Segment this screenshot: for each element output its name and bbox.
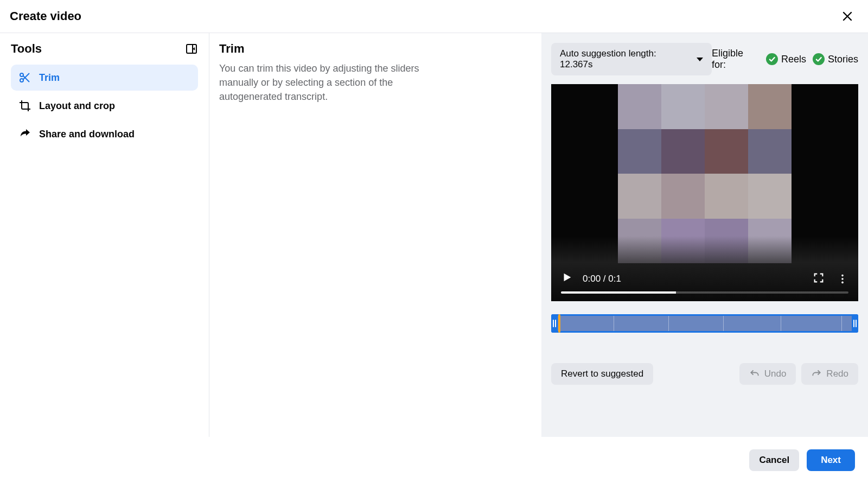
revert-button[interactable]: Revert to suggested	[551, 363, 653, 385]
auto-suggestion-dropdown[interactable]: Auto suggestion length: 12.367s	[551, 43, 712, 75]
share-icon	[18, 128, 31, 141]
trim-playhead[interactable]	[558, 314, 560, 333]
scissors-icon	[18, 71, 31, 84]
svg-rect-0	[187, 45, 196, 53]
page-title: Create video	[10, 9, 81, 23]
trim-handle-start[interactable]	[551, 314, 558, 333]
undo-button[interactable]: Undo	[739, 363, 796, 385]
cancel-button[interactable]: Cancel	[749, 449, 799, 471]
trim-handle-end[interactable]	[852, 314, 858, 333]
redo-icon	[811, 368, 822, 379]
check-icon	[813, 53, 825, 65]
video-preview[interactable]: 0:00 / 0:1	[551, 84, 858, 301]
info-panel: Trim You can trim this video by adjustin…	[209, 33, 541, 437]
sidebar: Tools Trim Layout and crop Share and dow…	[0, 33, 209, 437]
check-icon	[766, 53, 778, 65]
section-description: You can trim this video by adjusting the…	[219, 61, 452, 104]
sidebar-item-label: Share and download	[39, 129, 135, 140]
fullscreen-icon	[813, 272, 825, 284]
crop-icon	[18, 99, 31, 112]
svg-point-7	[841, 274, 844, 276]
undo-icon	[749, 368, 760, 379]
eligible-stories: Stories	[828, 54, 858, 65]
auto-suggestion-label: Auto suggestion length: 12.367s	[560, 48, 691, 70]
sidebar-collapse-button[interactable]	[185, 42, 198, 55]
preview-panel: Auto suggestion length: 12.367s Eligible…	[541, 33, 868, 437]
sidebar-item-label: Trim	[39, 72, 60, 84]
footer: Cancel Next	[0, 437, 868, 483]
trim-timeline[interactable]	[551, 314, 858, 333]
play-icon	[561, 271, 573, 283]
svg-marker-6	[564, 274, 571, 282]
panel-collapse-icon	[185, 42, 198, 55]
next-button[interactable]: Next	[807, 449, 855, 471]
more-button[interactable]	[837, 273, 848, 285]
section-title: Trim	[219, 42, 528, 56]
close-icon	[841, 10, 854, 23]
eligible-label: Eligible for:	[712, 48, 760, 71]
sidebar-item-share-download[interactable]: Share and download	[11, 121, 198, 147]
sidebar-item-trim[interactable]: Trim	[11, 65, 198, 91]
svg-point-8	[841, 278, 844, 280]
more-vertical-icon	[837, 273, 848, 285]
caret-down-icon	[697, 58, 703, 61]
eligible-reels: Reels	[781, 54, 806, 65]
svg-point-9	[841, 281, 844, 283]
play-button[interactable]	[561, 271, 573, 286]
sidebar-item-layout-crop[interactable]: Layout and crop	[11, 93, 198, 119]
video-time: 0:00 / 0:1	[583, 274, 621, 284]
eligible-for: Eligible for: Reels Stories	[712, 48, 858, 71]
redo-label: Redo	[826, 368, 848, 379]
sidebar-item-label: Layout and crop	[39, 100, 115, 112]
close-button[interactable]	[839, 8, 856, 25]
video-progress[interactable]	[561, 291, 848, 294]
redo-button[interactable]: Redo	[801, 363, 858, 385]
video-controls: 0:00 / 0:1	[551, 266, 858, 301]
fullscreen-button[interactable]	[813, 272, 825, 286]
undo-label: Undo	[764, 368, 787, 379]
sidebar-title: Tools	[11, 42, 42, 56]
